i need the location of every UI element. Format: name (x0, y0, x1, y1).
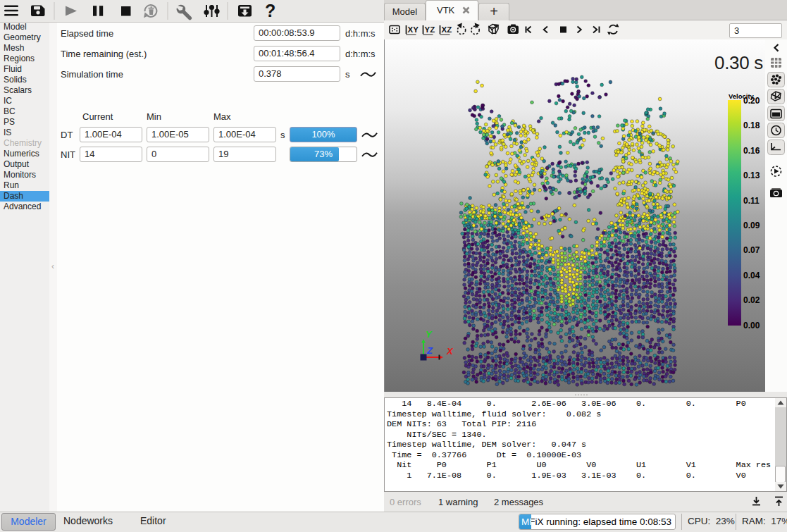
svg-text:?: ? (265, 1, 275, 20)
svg-text:Y: Y (426, 329, 433, 340)
svg-text:Z: Z (426, 345, 433, 356)
svg-text:XZ: XZ (442, 25, 452, 34)
svg-text:YZ: YZ (425, 25, 435, 34)
svg-text:X: X (446, 346, 454, 357)
svg-text:XY: XY (408, 25, 419, 34)
